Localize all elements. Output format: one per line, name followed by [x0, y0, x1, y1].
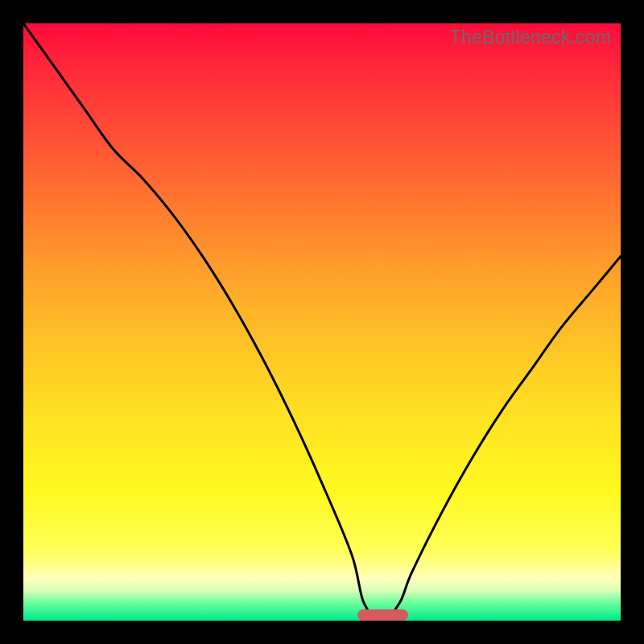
curve-path [23, 23, 621, 621]
watermark-text: TheBottleneck.com [450, 27, 611, 48]
chart-plot-area: TheBottleneck.com [23, 23, 621, 621]
bottleneck-curve [23, 23, 621, 621]
optimal-zone-bar [357, 609, 408, 621]
